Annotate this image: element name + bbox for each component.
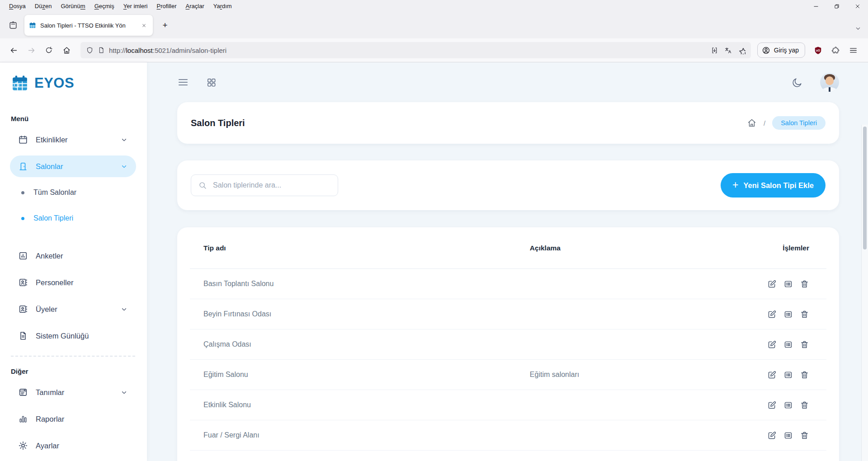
sidebar-item-sistem-gunlugu[interactable]: Sistem Günlüğü [10, 325, 136, 347]
page-info-icon[interactable] [98, 47, 105, 54]
salon-types-table: Tip adı Açıklama İşlemler Basın Toplantı… [177, 227, 839, 461]
new-tab-button[interactable]: + [157, 18, 173, 33]
account-icon [762, 46, 770, 55]
back-button[interactable] [5, 42, 22, 58]
browser-navbar: http://localhost:5021/admin/salon-tipler… [0, 38, 868, 62]
page-title: Salon Tipleri [191, 118, 245, 128]
sidebar-nav-other: Tanımlar Raporlar Ayarlar [10, 381, 136, 456]
dark-mode-toggle[interactable] [792, 77, 803, 88]
bullet-dot-icon [21, 217, 24, 220]
sidebar-item-raporlar[interactable]: Raporlar [10, 408, 136, 430]
ublock-extension-icon[interactable] [810, 42, 826, 58]
edit-icon[interactable] [767, 370, 777, 380]
section-label-menu: Menü [11, 115, 136, 122]
bookmark-star-icon[interactable] [738, 47, 745, 54]
tab-close-icon[interactable] [139, 21, 148, 30]
reload-button[interactable] [41, 42, 57, 58]
sidebar-divider [11, 356, 135, 357]
calendar-icon [18, 135, 28, 145]
firefox-signin-button[interactable]: Giriş yap [757, 42, 805, 58]
table-row: Etkinlik Salonu [190, 390, 826, 420]
edit-icon[interactable] [767, 431, 777, 440]
sidebar-collapse-button[interactable] [177, 76, 189, 88]
menubar-item-araclar[interactable]: Araçlar [181, 1, 209, 11]
forward-button[interactable] [23, 42, 39, 58]
app-sidebar: EYOS Menü Etkinlikler Salonlar Tüm Salon… [0, 62, 147, 461]
details-icon[interactable] [783, 370, 793, 380]
search-input[interactable] [213, 181, 331, 189]
scrollbar-thumb[interactable] [863, 127, 867, 249]
translate-icon[interactable] [724, 47, 732, 54]
table-row: Fuar / Sergi Alanı [190, 420, 826, 451]
column-header-name: Tip adı [190, 244, 530, 252]
sidebar-item-personeller[interactable]: Personeller [10, 272, 136, 293]
menubar-item-yerimleri[interactable]: Yer imleri [119, 1, 152, 11]
list-all-tabs-icon[interactable] [854, 25, 862, 34]
sidebar-item-etkinlikler[interactable]: Etkinlikler [10, 129, 136, 151]
tab-title: Salon Tipleri - TTSO Etkinlik Yön [40, 22, 135, 29]
sidebar-tray-button[interactable] [5, 18, 21, 33]
urlbar-actions [711, 47, 745, 54]
details-icon[interactable] [783, 431, 793, 440]
url-bar[interactable]: http://localhost:5021/admin/salon-tipler… [80, 42, 751, 58]
delete-icon[interactable] [800, 279, 809, 289]
table-toolbar-card: + Yeni Salon Tipi Ekle [177, 160, 839, 210]
app-menu-button[interactable] [845, 42, 861, 58]
edit-icon[interactable] [767, 400, 777, 410]
sidebar-nav: Etkinlikler Salonlar Tüm Salonlar Salon … [10, 129, 136, 347]
sidebar-item-tanimlar[interactable]: Tanımlar [10, 381, 136, 403]
apps-grid-button[interactable] [206, 77, 217, 88]
definitions-list-icon [18, 387, 28, 397]
menubar-item-duzen[interactable]: Düzen [30, 1, 57, 11]
menubar-item-dosya[interactable]: Dosya [5, 1, 30, 11]
browser-tabbar: Salon Tipleri - TTSO Etkinlik Yön + [0, 12, 868, 38]
browser-tab[interactable]: Salon Tipleri - TTSO Etkinlik Yön [24, 15, 153, 36]
details-icon[interactable] [783, 340, 793, 349]
table-row: Beyin Fırtınası Odası [190, 299, 826, 329]
sidebar-item-tum-salonlar[interactable]: Tüm Salonlar [10, 182, 136, 203]
minimize-button[interactable] [806, 0, 826, 12]
edit-icon[interactable] [767, 340, 777, 349]
browser-home-button[interactable] [58, 42, 75, 58]
id-card-icon [18, 304, 28, 314]
delete-icon[interactable] [800, 431, 809, 440]
delete-icon[interactable] [800, 400, 809, 410]
menubar-item-profiller[interactable]: Profiller [152, 1, 181, 11]
add-salon-type-button[interactable]: + Yeni Salon Tipi Ekle [721, 173, 826, 198]
browser-menubar: Dosya Düzen Görünüm Geçmiş Yer imleri Pr… [0, 0, 868, 12]
sidebar-item-uyeler[interactable]: Üyeler [10, 298, 136, 320]
restore-button[interactable] [826, 0, 847, 12]
breadcrumb: / Salon Tipleri [747, 116, 826, 130]
save-page-icon[interactable] [711, 47, 718, 54]
sidebar-item-ayarlar[interactable]: Ayarlar [10, 435, 136, 456]
table-row: Eğitim Salonu Eğitim salonları [190, 360, 826, 390]
edit-icon[interactable] [767, 279, 777, 289]
gear-icon [18, 441, 28, 451]
tracking-shield-icon[interactable] [86, 47, 94, 54]
details-icon[interactable] [783, 310, 793, 319]
url-text[interactable]: http://localhost:5021/admin/salon-tipler… [109, 47, 707, 54]
sidebar-item-salonlar[interactable]: Salonlar [10, 155, 136, 177]
app-logo[interactable]: EYOS [10, 71, 136, 92]
details-icon[interactable] [783, 279, 793, 289]
menubar-item-yardim[interactable]: Yardım [209, 1, 236, 11]
home-icon[interactable] [747, 118, 757, 128]
menubar-item-gorunum[interactable]: Görünüm [56, 1, 90, 11]
chevron-down-icon [120, 389, 128, 396]
app-topbar [177, 62, 839, 102]
menubar-item-gecmis[interactable]: Geçmiş [90, 1, 119, 11]
table-header-row: Tip adı Açıklama İşlemler [190, 227, 826, 269]
sidebar-item-salon-tipleri[interactable]: Salon Tipleri [10, 208, 136, 229]
edit-icon[interactable] [767, 310, 777, 319]
page-scrollbar[interactable] [861, 125, 868, 461]
chevron-down-icon [120, 163, 128, 170]
search-box [191, 174, 338, 196]
sidebar-item-anketler[interactable]: Anketler [10, 245, 136, 267]
close-window-button[interactable] [847, 0, 868, 12]
delete-icon[interactable] [800, 340, 809, 349]
extensions-puzzle-icon[interactable] [827, 42, 844, 58]
delete-icon[interactable] [800, 310, 809, 319]
delete-icon[interactable] [800, 370, 809, 380]
user-avatar[interactable] [820, 73, 839, 92]
details-icon[interactable] [783, 400, 793, 410]
